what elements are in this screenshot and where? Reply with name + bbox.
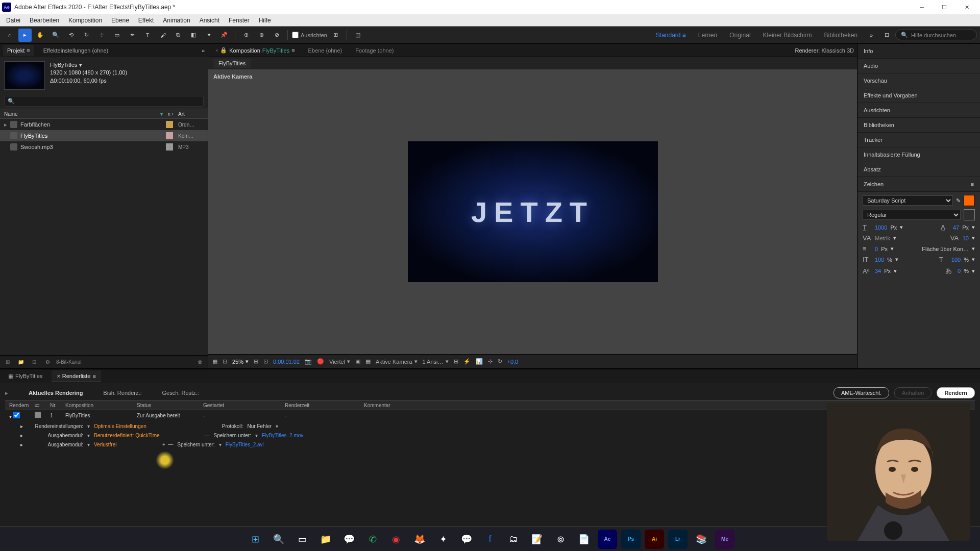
pen-tool[interactable]: ✒ — [126, 29, 139, 42]
tab-project[interactable]: Projekt ≡ — [3, 45, 34, 56]
baseline-value[interactable]: 34 — [875, 268, 881, 274]
snap-checkbox[interactable]: Ausrichten — [292, 32, 327, 38]
menu-hilfe[interactable]: Hilfe — [255, 16, 275, 25]
axis-mode-icon[interactable]: ⊕ — [239, 29, 253, 42]
workspace-standard[interactable]: Standard ≡ — [651, 30, 691, 41]
menu-ansicht[interactable]: Ansicht — [195, 16, 224, 25]
selection-tool[interactable]: ▸ — [18, 29, 32, 42]
font-family-dropdown[interactable]: Saturday Script — [863, 195, 953, 206]
render-settings-link[interactable]: Optimale Einstellungen — [94, 423, 146, 429]
task-view-button[interactable]: ▭ — [292, 530, 312, 549]
axis-mode-3-icon[interactable]: ⊘ — [270, 29, 283, 42]
ame-queue-button[interactable]: AME-Warteschl. — [834, 387, 889, 398]
col-comp[interactable]: Komposition — [61, 403, 133, 408]
new-comp-icon[interactable]: ⊡ — [30, 358, 39, 367]
panel-paragraph[interactable]: Absatz — [857, 162, 980, 177]
tsume-value[interactable]: 0 — [958, 268, 961, 274]
search-button[interactable]: 🔍 — [269, 530, 288, 549]
tab-layer[interactable]: Ebene (ohne) — [304, 45, 347, 56]
chevron-down-icon[interactable]: ▾ — [79, 61, 82, 69]
save1-dd-icon[interactable]: ▾ — [255, 433, 258, 438]
files-icon[interactable]: 🗂 — [504, 530, 523, 549]
firefox-icon[interactable]: 🦊 — [410, 530, 429, 549]
col-art[interactable]: Art — [178, 111, 204, 117]
panel-content-aware[interactable]: Inhaltsbasierte Füllung — [857, 147, 980, 162]
output1-file-link[interactable]: FlyByTitles_2.mov — [262, 433, 303, 438]
messenger-icon[interactable]: 💬 — [457, 530, 476, 549]
workspace-bibliotheken[interactable]: Bibliotheken — [819, 30, 863, 41]
col-nr[interactable]: Nr. — [46, 403, 61, 408]
expand-output2-icon[interactable]: ▸ — [20, 442, 23, 447]
snap-options-icon[interactable]: ⊞ — [329, 29, 342, 42]
view-dropdown[interactable]: Aktive Kamera ▾ — [376, 358, 418, 365]
workspace-overflow-icon[interactable]: » — [865, 29, 878, 42]
grid-icon[interactable]: ⊡ — [263, 358, 268, 365]
explorer-icon[interactable]: 📁 — [316, 530, 335, 549]
timecode[interactable]: 0:00:01:02 — [273, 359, 300, 365]
col-name[interactable]: Name — [4, 111, 160, 117]
tab-render-queue[interactable]: × Renderliste ≡ — [52, 370, 101, 382]
workspace-original[interactable]: Original — [724, 30, 755, 41]
rotate-tool[interactable]: ↻ — [80, 29, 93, 42]
orbit-camera-tool[interactable]: ⟲ — [64, 29, 78, 42]
panel-effects[interactable]: Effekte und Vorgaben — [857, 88, 980, 103]
output1-dd-icon[interactable]: ▾ — [87, 433, 90, 438]
tab-effect-controls[interactable]: Effekteinstellungen (ohne) — [39, 45, 113, 56]
zoom-tool[interactable]: 🔍 — [49, 29, 62, 42]
panel-align[interactable]: Ausrichten — [857, 103, 980, 118]
output2-file-link[interactable]: FlyByTitles_2.avi — [226, 442, 264, 447]
expand-output1-icon[interactable]: ▸ — [20, 433, 23, 438]
expand-row-icon[interactable]: ▾ — [9, 414, 12, 419]
zoom-dropdown[interactable]: 25% ▾ — [232, 358, 249, 365]
panel-menu-icon[interactable]: ≡ — [971, 181, 974, 187]
stroke-value[interactable]: 0 — [875, 246, 878, 252]
panel-libraries[interactable]: Bibliotheken — [857, 118, 980, 133]
panel-character[interactable]: Zeichen ≡ — [857, 177, 980, 192]
output2-link[interactable]: Verlustfrei — [94, 442, 116, 447]
font-size-value[interactable]: 1000 — [875, 224, 887, 231]
save2-dd-icon[interactable]: ▾ — [219, 442, 222, 447]
workspace-lernen[interactable]: Lernen — [693, 30, 722, 41]
notes-icon[interactable]: 📝 — [527, 530, 547, 549]
home-icon[interactable]: ⌂ — [3, 29, 16, 42]
anchor-tool[interactable]: ⊹ — [95, 29, 108, 42]
timeline-icon[interactable]: 📊 — [476, 358, 483, 365]
panel-audio[interactable]: Audio — [857, 59, 980, 73]
stroke-swatch-icon[interactable] — [964, 209, 975, 220]
panel-overflow-icon[interactable]: » — [202, 47, 205, 54]
app-icon-2[interactable]: ✦ — [433, 530, 453, 549]
brush-tool[interactable]: 🖌 — [156, 29, 169, 42]
breadcrumb-item[interactable]: FlyByTitles — [213, 59, 251, 68]
col-tag[interactable]: 🏷 — [163, 111, 178, 117]
interpret-footage-icon[interactable]: ⊞ — [3, 358, 12, 367]
transparency-grid-icon[interactable]: ▦ — [365, 358, 371, 365]
teams-icon[interactable]: 💬 — [339, 530, 359, 549]
alpha-toggle-icon[interactable]: ▦ — [212, 358, 217, 365]
row-tag[interactable] — [35, 412, 41, 418]
fill-color-swatch[interactable] — [964, 195, 975, 206]
pixel-aspect-icon[interactable]: ⊞ — [454, 358, 458, 365]
renderer-dropdown[interactable]: Renderer: Klassisch 3D — [795, 47, 854, 54]
vscale-value[interactable]: 100 — [875, 257, 884, 263]
protocol-value[interactable]: Nur Fehler — [248, 423, 272, 429]
puppet-tool[interactable]: 📌 — [217, 29, 231, 42]
project-search[interactable]: 🔍 — [4, 96, 204, 107]
resolution-dropdown[interactable]: Viertel ▾ — [329, 358, 350, 365]
snapshot-icon[interactable]: 📷 — [305, 358, 312, 365]
exposure-value[interactable]: +0,0 — [507, 359, 519, 365]
project-row-audio[interactable]: Swoosh.mp3 MP3 — [0, 141, 208, 153]
output1-link[interactable]: Benutzerdefiniert: QuickTime — [94, 433, 160, 438]
protocol-dd-icon[interactable]: ▾ — [276, 423, 278, 429]
settings-dd-icon[interactable]: ▾ — [87, 423, 90, 429]
project-row-folder[interactable]: ▸ Farbflächen Ordn… — [0, 119, 208, 130]
menu-animation[interactable]: Animation — [159, 16, 194, 25]
channel-icon[interactable]: 🔴 — [317, 358, 324, 365]
hand-tool[interactable]: ✋ — [34, 29, 47, 42]
stop-button[interactable]: Anhalten — [894, 387, 932, 398]
fast-preview-icon[interactable]: ⚡ — [463, 358, 471, 365]
render-button[interactable]: Rendern — [937, 387, 975, 398]
roi-icon[interactable]: ▣ — [355, 358, 360, 365]
text-tool[interactable]: T — [141, 29, 154, 42]
menu-komposition[interactable]: Komposition — [64, 16, 106, 25]
output2-dd-icon[interactable]: ▾ — [87, 442, 90, 447]
